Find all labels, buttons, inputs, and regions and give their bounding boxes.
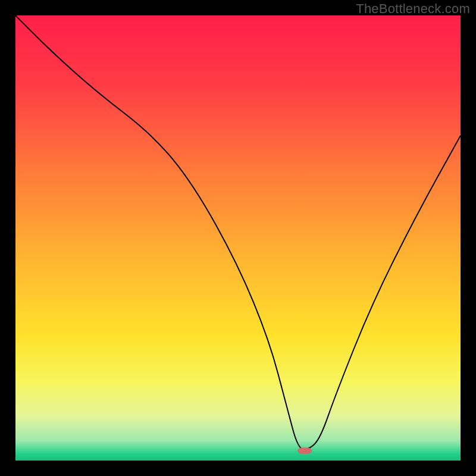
plot-area xyxy=(15,15,461,461)
markers-group xyxy=(298,447,312,453)
watermark-text: TheBottleneck.com xyxy=(356,1,470,17)
optimum-marker xyxy=(298,447,312,453)
chart-container: TheBottleneck.com xyxy=(0,0,476,476)
chart-svg xyxy=(15,15,461,461)
gradient-background xyxy=(15,15,461,461)
